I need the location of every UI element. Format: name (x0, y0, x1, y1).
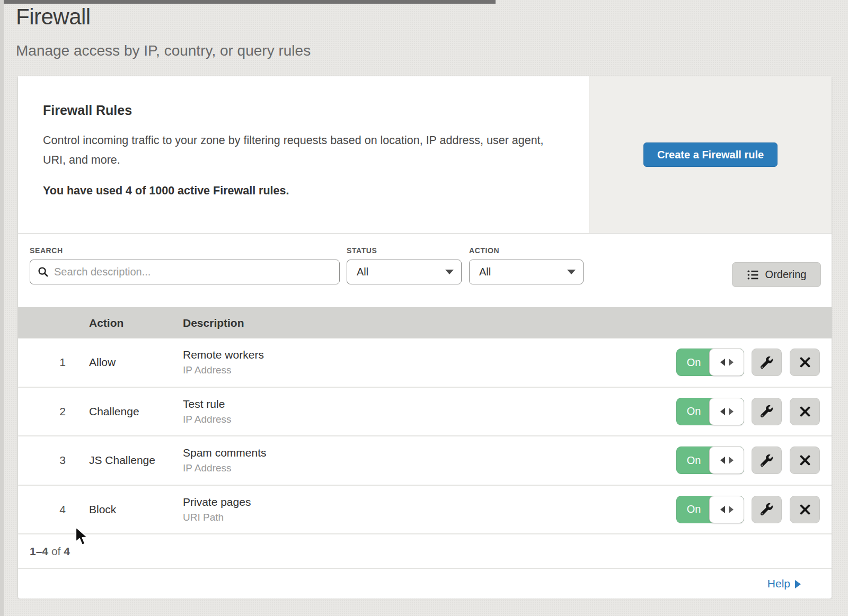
page-title: Firewall (16, 4, 91, 30)
table-row: 4 Block Private pages URI Path On (18, 486, 832, 535)
wrench-icon (761, 454, 773, 467)
overview-text: Firewall Rules Control incoming traffic … (18, 76, 589, 233)
rule-description: Spam comments (183, 447, 676, 459)
status-select[interactable]: All (347, 260, 462, 284)
edit-rule-button[interactable] (752, 398, 782, 425)
edit-rule-button[interactable] (752, 447, 782, 474)
rule-priority: 2 (18, 405, 89, 418)
search-placeholder: Search description... (54, 266, 151, 278)
status-selected-value: All (355, 266, 445, 278)
delete-rule-button[interactable] (790, 349, 820, 376)
rule-priority: 4 (18, 503, 89, 516)
rule-priority: 1 (18, 356, 89, 369)
rule-description: Test rule (183, 398, 676, 410)
overview-section: Firewall Rules Control incoming traffic … (18, 76, 832, 234)
column-header-description: Description (183, 317, 832, 329)
toggle-handle[interactable] (709, 496, 744, 523)
rule-priority: 3 (18, 454, 89, 467)
rule-description-cell: Remote workers IP Address (183, 349, 676, 376)
table-row: 2 Challenge Test rule IP Address On (18, 388, 832, 437)
rules-list: 1 Allow Remote workers IP Address On (18, 338, 832, 534)
action-filter-group: ACTION All (469, 246, 584, 284)
help-link-label: Help (767, 577, 790, 590)
action-select[interactable]: All (469, 260, 584, 284)
wrench-icon (761, 405, 773, 417)
ordering-button-label: Ordering (765, 269, 807, 281)
usage-summary: You have used 4 of 1000 active Firewall … (43, 184, 563, 198)
ordering-button[interactable]: Ordering (732, 262, 821, 287)
rule-controls: On (676, 447, 820, 474)
rule-match-type: IP Address (183, 364, 676, 376)
table-header: Action Description (18, 307, 832, 338)
close-icon (799, 406, 811, 417)
caret-left-icon (720, 408, 725, 415)
status-label: STATUS (347, 246, 462, 255)
toggle-handle[interactable] (709, 398, 744, 425)
rule-action: Block (89, 503, 183, 516)
chevron-down-icon (567, 270, 576, 274)
edit-rule-button[interactable] (752, 496, 782, 523)
rule-description-cell: Test rule IP Address (183, 398, 676, 425)
caret-right-icon (729, 359, 734, 366)
status-filter-group: STATUS All (347, 246, 462, 284)
filters-bar: SEARCH Search description... STATUS All … (18, 234, 832, 307)
rule-enabled-toggle[interactable]: On (676, 398, 744, 425)
section-description: Control incoming traffic to your zone by… (43, 131, 552, 169)
pagination-total: 4 (64, 545, 70, 558)
caret-right-icon (729, 506, 734, 513)
toggle-on-label: On (677, 349, 711, 376)
edit-rule-button[interactable] (752, 349, 782, 376)
action-selected-value: All (477, 266, 567, 278)
card-footer: Help (18, 569, 832, 599)
section-heading: Firewall Rules (43, 103, 563, 118)
rule-controls: On (676, 349, 820, 376)
chevron-down-icon (445, 270, 454, 274)
table-row: 3 JS Challenge Spam comments IP Address … (18, 436, 832, 486)
search-icon (38, 266, 49, 278)
caret-right-icon (729, 457, 734, 464)
search-filter-group: SEARCH Search description... (30, 246, 340, 284)
pagination-of: of (48, 545, 64, 558)
column-header-action: Action (89, 317, 183, 329)
rule-match-type: IP Address (183, 414, 676, 425)
rule-description: Private pages (183, 496, 676, 508)
search-label: SEARCH (30, 246, 340, 255)
rule-action: JS Challenge (89, 454, 183, 467)
list-icon (747, 269, 759, 281)
rule-enabled-toggle[interactable]: On (676, 447, 744, 474)
rule-controls: On (676, 398, 820, 425)
rule-description-cell: Spam comments IP Address (183, 447, 676, 474)
rule-enabled-toggle[interactable]: On (676, 496, 744, 523)
caret-left-icon (720, 359, 725, 366)
caret-left-icon (720, 506, 725, 513)
rule-description-cell: Private pages URI Path (183, 496, 676, 523)
frame-artifact-left (0, 0, 4, 616)
toggle-on-label: On (677, 447, 711, 474)
create-firewall-rule-button[interactable]: Create a Firewall rule (643, 142, 778, 167)
action-label: ACTION (469, 246, 584, 255)
rule-match-type: IP Address (183, 462, 676, 474)
delete-rule-button[interactable] (790, 496, 820, 523)
rule-enabled-toggle[interactable]: On (676, 349, 744, 376)
search-input[interactable]: Search description... (30, 260, 340, 284)
wrench-icon (761, 503, 773, 515)
toggle-handle[interactable] (709, 447, 744, 474)
rule-action: Allow (89, 356, 183, 369)
create-rule-panel: Create a Firewall rule (589, 76, 832, 233)
caret-right-icon (729, 408, 734, 415)
page-subtitle: Manage access by IP, country, or query r… (16, 42, 311, 59)
close-icon (799, 454, 811, 466)
close-icon (799, 356, 811, 368)
rule-match-type: URI Path (183, 512, 676, 523)
delete-rule-button[interactable] (790, 398, 820, 425)
firewall-rules-card: Firewall Rules Control incoming traffic … (17, 76, 832, 599)
delete-rule-button[interactable] (790, 447, 820, 474)
toggle-on-label: On (677, 398, 711, 425)
help-link[interactable]: Help (767, 577, 801, 590)
rule-action: Challenge (89, 405, 183, 418)
wrench-icon (761, 356, 773, 369)
table-row: 1 Allow Remote workers IP Address On (18, 338, 832, 388)
close-icon (799, 504, 811, 515)
rule-controls: On (676, 496, 820, 523)
toggle-handle[interactable] (709, 349, 744, 376)
